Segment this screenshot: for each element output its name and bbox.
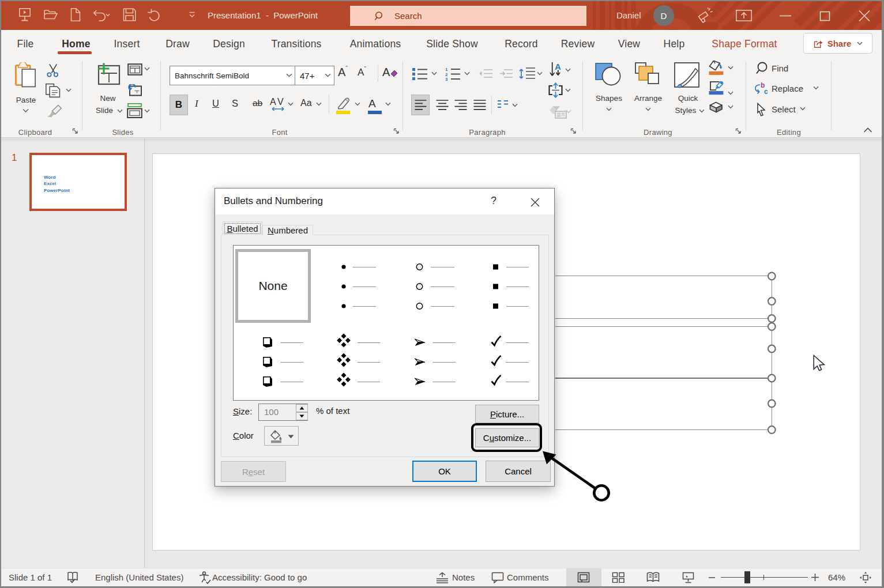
svg-text:A: A: [555, 62, 561, 71]
svg-text:c: c: [764, 88, 768, 96]
svg-text:A: A: [368, 97, 376, 110]
svg-text:A: A: [382, 66, 390, 78]
svg-text:A: A: [270, 97, 276, 107]
svg-text:V: V: [277, 97, 284, 107]
svg-text:3: 3: [445, 77, 448, 81]
